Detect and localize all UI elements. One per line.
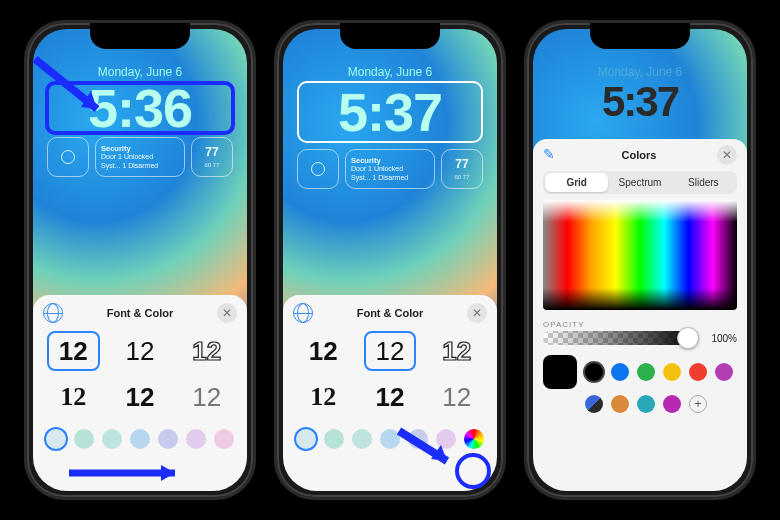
opacity-slider[interactable]: [543, 331, 697, 345]
add-preset-button[interactable]: +: [689, 395, 707, 413]
weather-widget[interactable]: 77 60 77: [191, 137, 233, 177]
preset-swatch[interactable]: [663, 395, 681, 413]
security-line-1: Door 1 Unlocked: [101, 153, 158, 162]
preset-swatch[interactable]: [637, 363, 655, 381]
lock-screen-date[interactable]: Monday, June 6: [283, 65, 497, 79]
notch: [90, 23, 190, 49]
close-icon[interactable]: ✕: [217, 303, 237, 323]
annotation-arrow-icon: [65, 461, 195, 485]
preset-swatch[interactable]: [689, 363, 707, 381]
color-presets-row-1: [543, 355, 737, 389]
color-swatch[interactable]: [130, 429, 150, 449]
font-option-3[interactable]: 12: [430, 331, 483, 371]
preset-swatch[interactable]: [663, 363, 681, 381]
close-icon[interactable]: ✕: [467, 303, 487, 323]
color-grid[interactable]: [543, 200, 737, 310]
font-option-1[interactable]: 12: [297, 331, 350, 371]
color-swatch[interactable]: [102, 429, 122, 449]
widget-row: Security Door 1 Unlocked Syst... 1 Disar…: [33, 137, 247, 177]
preset-swatch[interactable]: [611, 395, 629, 413]
font-grid: 12 12 12 12 12 12: [293, 329, 487, 425]
airpods-icon: [311, 162, 325, 176]
font-option-6[interactable]: 12: [430, 377, 483, 417]
opacity-label: OPACITY: [543, 320, 737, 329]
globe-icon[interactable]: [293, 303, 313, 323]
color-swatch[interactable]: [296, 429, 316, 449]
security-line-2: Syst... 1 Disarmed: [351, 174, 408, 183]
weather-range: 60 77: [454, 174, 469, 180]
lock-screen: Monday, June 6 5:37 Security Door 1 Unlo…: [283, 29, 497, 491]
phone-3: Monday, June 6 5:37 ✎ Colors ✕ Grid Spec…: [524, 20, 756, 500]
preset-swatch[interactable]: [585, 395, 603, 413]
sheet-title: Font & Color: [357, 307, 424, 319]
color-swatch[interactable]: [74, 429, 94, 449]
airpods-widget[interactable]: [297, 149, 339, 189]
color-swatch[interactable]: [214, 429, 234, 449]
tab-sliders[interactable]: Sliders: [672, 173, 735, 192]
phone-2: Monday, June 6 5:37 Security Door 1 Unlo…: [274, 20, 506, 500]
weather-range: 60 77: [204, 162, 219, 168]
sheet-title: Font & Color: [107, 307, 174, 319]
colors-panel: ✎ Colors ✕ Grid Spectrum Sliders OPACITY…: [533, 139, 747, 491]
color-mode-tabs[interactable]: Grid Spectrum Sliders: [543, 171, 737, 194]
font-option-5[interactable]: 12: [114, 377, 167, 417]
lock-screen-time: 5:37: [299, 85, 481, 139]
color-swatch[interactable]: [352, 429, 372, 449]
annotation-arrow-icon: [393, 425, 463, 475]
font-option-2[interactable]: 12: [364, 331, 417, 371]
preset-swatch[interactable]: [637, 395, 655, 413]
color-swatch[interactable]: [46, 429, 66, 449]
security-title: Security: [351, 156, 408, 165]
globe-icon[interactable]: [43, 303, 63, 323]
colors-title: Colors: [622, 149, 657, 161]
security-line-2: Syst... 1 Disarmed: [101, 162, 158, 171]
security-line-1: Door 1 Unlocked: [351, 165, 408, 174]
custom-color-button[interactable]: [464, 429, 484, 449]
color-swatch[interactable]: [158, 429, 178, 449]
lock-screen-date: Monday, June 6: [533, 65, 747, 79]
font-option-2[interactable]: 12: [114, 331, 167, 371]
widget-row: Security Door 1 Unlocked Syst... 1 Disar…: [283, 149, 497, 189]
airpods-widget[interactable]: [47, 137, 89, 177]
security-title: Security: [101, 144, 158, 153]
svg-marker-3: [161, 465, 175, 481]
tab-spectrum[interactable]: Spectrum: [608, 173, 671, 192]
annotation-arrow-icon: [29, 53, 119, 133]
font-option-6[interactable]: 12: [180, 377, 233, 417]
font-grid: 12 12 12 12 12 12: [43, 329, 237, 425]
font-option-1[interactable]: 12: [47, 331, 100, 371]
airpods-icon: [61, 150, 75, 164]
security-widget[interactable]: Security Door 1 Unlocked Syst... 1 Disar…: [95, 137, 185, 177]
weather-widget[interactable]: 77 60 77: [441, 149, 483, 189]
color-swatch[interactable]: [324, 429, 344, 449]
close-icon[interactable]: ✕: [717, 145, 737, 165]
notch: [340, 23, 440, 49]
notch: [590, 23, 690, 49]
preset-swatch[interactable]: [715, 363, 733, 381]
weather-temp: 77: [205, 146, 218, 158]
lock-screen-time: 5:37: [533, 81, 747, 123]
tab-grid[interactable]: Grid: [545, 173, 608, 192]
lock-screen: Monday, June 6 5:37 ✎ Colors ✕ Grid Spec…: [533, 29, 747, 491]
font-option-5[interactable]: 12: [364, 377, 417, 417]
phone-1: Monday, June 6 5:36 Security Door 1 Unlo…: [24, 20, 256, 500]
color-swatch[interactable]: [186, 429, 206, 449]
color-presets-row-2: +: [585, 395, 737, 413]
font-option-4[interactable]: 12: [47, 377, 100, 417]
opacity-thumb[interactable]: [677, 327, 699, 349]
font-option-3[interactable]: 12: [180, 331, 233, 371]
preset-swatch[interactable]: [611, 363, 629, 381]
preset-swatch[interactable]: [585, 363, 603, 381]
clock-selection-box[interactable]: 5:37: [297, 81, 483, 143]
weather-temp: 77: [455, 158, 468, 170]
color-swatch-row: [43, 425, 237, 451]
opacity-value: 100%: [703, 333, 737, 344]
eyedropper-icon[interactable]: ✎: [543, 146, 561, 164]
font-option-4[interactable]: 12: [297, 377, 350, 417]
security-widget[interactable]: Security Door 1 Unlocked Syst... 1 Disar…: [345, 149, 435, 189]
current-color-preview: [543, 355, 577, 389]
